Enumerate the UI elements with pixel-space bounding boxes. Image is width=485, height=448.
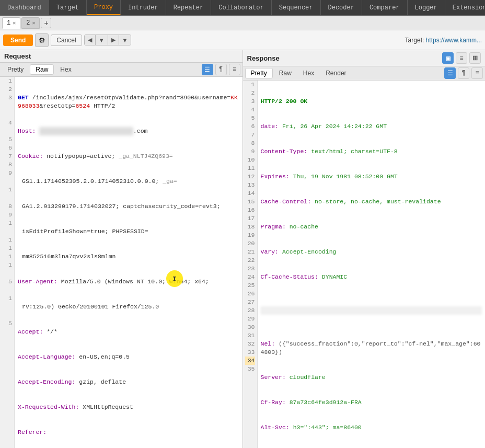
nav-target[interactable]: Target [49, 0, 87, 15]
response-panel-tabs: Pretty Raw Hex Render ☰ ¶ ≡ [243, 66, 486, 81]
send-options-button[interactable]: ⚙ [35, 33, 49, 47]
target-url: https://www.kamm... [426, 37, 482, 44]
response-view-wrap-icon[interactable]: ☰ [444, 67, 456, 79]
nav-back-button[interactable]: ◀ [85, 35, 96, 45]
target-label: Target: https://www.kamm... [405, 37, 482, 44]
nav-comparer[interactable]: Comparer [362, 0, 408, 15]
tab-2[interactable]: 2 ✕ [21, 17, 40, 29]
tab-bar: 1 ✕ 2 ✕ + [0, 16, 485, 30]
nav-logger[interactable]: Logger [408, 0, 445, 15]
tab-1-close[interactable]: ✕ [13, 20, 16, 26]
request-tab-hex[interactable]: Hex [55, 65, 76, 74]
nav-decoder[interactable]: Decoder [321, 0, 362, 15]
response-view-grid-icon[interactable]: ⊞ [469, 52, 481, 64]
nav-forward-down-button[interactable]: ▼ [119, 35, 131, 45]
response-line-numbers: 12345 6789 1011121314 1516171819 2021222… [243, 81, 258, 448]
send-button[interactable]: Send [3, 35, 33, 46]
response-tab-hex[interactable]: Hex [298, 68, 319, 78]
request-view-more-icon[interactable]: ≡ [229, 64, 240, 75]
request-view-wrap-icon[interactable]: ☰ [202, 64, 213, 75]
toolbar: Send ⚙ Cancel ◀ ▼ ▶ ▼ Target: https://ww… [0, 30, 485, 50]
target-prefix: Target: [405, 37, 424, 44]
response-panel: Response ▣ ≡ ⊞ Pretty Raw Hex Render ☰ ¶… [243, 50, 486, 448]
nav-back-down-button[interactable]: ▼ [96, 35, 108, 45]
response-view-list-icon[interactable]: ≡ [456, 52, 467, 64]
tab-1[interactable]: 1 ✕ [2, 17, 20, 29]
nav-extensions[interactable]: Extensions [445, 0, 485, 15]
nav-proxy[interactable]: Proxy [87, 0, 121, 15]
nav-dashboard[interactable]: Dashboard [0, 0, 49, 15]
tab-2-close[interactable]: ✕ [32, 20, 35, 26]
response-view-more-icon[interactable]: ≡ [471, 67, 483, 79]
nav-sequencer[interactable]: Sequencer [272, 0, 321, 15]
response-code-lines: HTTP/2 200 OK date: Fri, 26 Apr 2024 14:… [258, 81, 486, 448]
nav-repeater[interactable]: Repeater [166, 0, 212, 15]
response-view-split-icon[interactable]: ▣ [442, 52, 454, 64]
nav-forward-button[interactable]: ▶ [108, 35, 119, 45]
request-line-numbers: 123 4567 891 8911 1115 15 [0, 77, 15, 448]
cancel-button[interactable]: Cancel [51, 35, 82, 46]
request-panel: Request Pretty Raw Hex ☰ ¶ ≡ I 123 4567 … [0, 50, 243, 448]
response-tab-render[interactable]: Render [320, 68, 351, 78]
request-panel-header: Request [0, 50, 243, 63]
tab-2-label: 2 [26, 19, 30, 27]
tab-1-label: 1 [7, 19, 10, 27]
response-code-area: 12345 6789 1011121314 1516171819 2021222… [243, 81, 486, 448]
response-view-ln-icon[interactable]: ¶ [458, 67, 469, 79]
top-nav: Dashboard Target Proxy Intruder Repeater… [0, 0, 485, 16]
request-panel-tabs: Pretty Raw Hex ☰ ¶ ≡ [0, 63, 243, 77]
request-content[interactable]: I 123 4567 891 8911 1115 15 GET /include… [0, 77, 243, 448]
response-panel-title: Response [247, 54, 280, 62]
response-tab-raw[interactable]: Raw [274, 68, 297, 78]
response-panel-header: Response ▣ ≡ ⊞ [243, 50, 486, 66]
response-tab-pretty[interactable]: Pretty [245, 68, 273, 78]
nav-intruder[interactable]: Intruder [121, 0, 166, 15]
request-code-lines: GET /includes/ajax/resetOtpValidate.php?… [15, 77, 243, 448]
request-view-ln-icon[interactable]: ¶ [215, 64, 227, 75]
main-panels: Request Pretty Raw Hex ☰ ¶ ≡ I 123 4567 … [0, 50, 485, 448]
request-tab-icons: ☰ ¶ ≡ [202, 64, 240, 75]
request-tab-pretty[interactable]: Pretty [2, 65, 29, 74]
request-code-area: 123 4567 891 8911 1115 15 GET /includes/… [0, 77, 243, 448]
history-nav: ◀ ▼ ▶ ▼ [84, 35, 132, 45]
response-tab-icons: ☰ ¶ ≡ [444, 67, 483, 79]
nav-collaborator[interactable]: Collaborator [211, 0, 271, 15]
tab-add-button[interactable]: + [41, 18, 51, 28]
request-tab-raw[interactable]: Raw [30, 64, 54, 75]
response-content[interactable]: 12345 6789 1011121314 1516171819 2021222… [243, 81, 486, 448]
